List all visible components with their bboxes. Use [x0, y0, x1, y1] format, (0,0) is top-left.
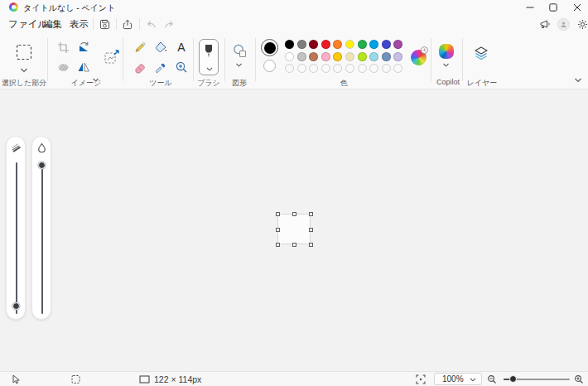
palette-swatch[interactable]	[297, 52, 306, 61]
rotate-button[interactable]	[76, 40, 91, 55]
redo-button[interactable]	[162, 17, 177, 31]
palette-swatch[interactable]	[358, 52, 367, 61]
selection-handle-e[interactable]	[309, 228, 313, 232]
zoom-dropdown-chevron	[470, 378, 476, 382]
divider	[431, 38, 431, 81]
selection-handle-se[interactable]	[309, 243, 313, 247]
copilot-button[interactable]	[439, 44, 454, 59]
palette-swatch[interactable]	[285, 52, 294, 61]
palette-swatch[interactable]	[358, 40, 367, 49]
zoom-level-dropdown[interactable]: 100%	[434, 373, 482, 385]
palette-swatch[interactable]	[333, 64, 342, 73]
account-button[interactable]	[557, 18, 570, 31]
palette-row-1	[285, 40, 402, 49]
canvas-size-value: 122 × 114px	[154, 374, 201, 384]
palette-swatch[interactable]	[382, 52, 391, 61]
selection-tool-button[interactable]	[16, 44, 32, 60]
palette-swatch[interactable]	[285, 40, 294, 49]
selection-handle-nw[interactable]	[276, 212, 280, 216]
selection-handle-sw[interactable]	[276, 243, 280, 247]
maximize-button[interactable]	[540, 0, 566, 14]
opacity-slider-thumb[interactable]	[38, 162, 46, 169]
shapes-button[interactable]	[231, 42, 248, 59]
zoom-out-button[interactable]	[487, 374, 497, 384]
palette-swatch[interactable]	[393, 64, 402, 73]
flip-button[interactable]	[76, 60, 91, 75]
selection-size-icon	[71, 374, 80, 384]
resize-image-button[interactable]	[103, 48, 121, 66]
eraser-tool-button[interactable]	[133, 60, 147, 75]
palette-swatch[interactable]	[309, 40, 318, 49]
palette-swatch[interactable]	[321, 52, 330, 61]
pencil-tool-button[interactable]	[133, 40, 147, 55]
copilot-dropdown-chevron[interactable]	[443, 63, 451, 68]
shapes-dropdown-chevron[interactable]	[236, 63, 243, 68]
save-button[interactable]	[97, 17, 112, 31]
palette-swatch[interactable]	[369, 52, 378, 61]
share-button[interactable]	[119, 17, 134, 31]
zoom-in-button[interactable]	[574, 374, 584, 384]
canvas-selection[interactable]	[276, 212, 313, 247]
selection-handle-s[interactable]	[292, 243, 296, 247]
palette-swatch[interactable]	[333, 52, 342, 61]
magnifier-tool-button[interactable]	[174, 60, 189, 75]
paint-window: タイトルなし - ペイント ファイル 編集 表示	[0, 0, 588, 386]
palette-swatch[interactable]	[333, 40, 342, 49]
divider	[47, 38, 48, 81]
fit-to-screen-button[interactable]	[416, 374, 426, 384]
palette-swatch[interactable]	[309, 64, 318, 73]
palette-swatch[interactable]	[382, 64, 391, 73]
crop-button[interactable]	[55, 40, 70, 55]
size-slider-track[interactable]	[16, 162, 17, 314]
zoom-slider-thumb[interactable]	[509, 375, 517, 383]
remove-background-button[interactable]	[55, 60, 70, 75]
palette-swatch[interactable]	[382, 40, 391, 49]
selection-dropdown-chevron[interactable]	[21, 68, 28, 73]
add-color-badge: +	[421, 46, 428, 54]
undo-button[interactable]	[143, 17, 158, 31]
palette-swatch[interactable]	[321, 64, 330, 73]
megaphone-icon	[539, 19, 551, 30]
palette-row-3	[285, 64, 402, 73]
feedback-button[interactable]	[537, 17, 552, 31]
foreground-color-swatch[interactable]	[261, 39, 278, 56]
selection-region[interactable]	[277, 214, 311, 244]
palette-swatch[interactable]	[297, 40, 306, 49]
palette-swatch[interactable]	[393, 40, 402, 49]
palette-swatch[interactable]	[345, 64, 354, 73]
menu-edit[interactable]: 編集	[40, 17, 65, 31]
background-color-swatch[interactable]	[263, 60, 276, 72]
selection-group-label: 選択した部分	[2, 78, 46, 89]
divider	[93, 18, 94, 30]
layers-button[interactable]	[472, 44, 490, 62]
collapse-ribbon-chevron[interactable]	[575, 78, 582, 83]
palette-swatch[interactable]	[345, 40, 354, 49]
selection-handle-n[interactable]	[292, 212, 296, 216]
selection-handle-w[interactable]	[276, 228, 280, 232]
palette-swatch[interactable]	[393, 52, 402, 61]
palette-swatch[interactable]	[369, 64, 378, 73]
color-picker-button[interactable]	[153, 60, 168, 75]
palette-swatch[interactable]	[309, 52, 318, 61]
brush-button[interactable]	[199, 39, 219, 75]
opacity-slider-track[interactable]	[41, 162, 43, 314]
brush-dropdown-chevron[interactable]	[206, 67, 213, 71]
undo-icon	[145, 19, 157, 30]
selection-handle-ne[interactable]	[309, 212, 313, 216]
text-tool-button[interactable]: A	[174, 40, 189, 55]
close-button[interactable]	[564, 0, 588, 14]
menu-view[interactable]: 表示	[66, 17, 92, 31]
avatar-icon	[560, 21, 567, 28]
size-slider-thumb[interactable]	[12, 302, 20, 310]
palette-swatch[interactable]	[358, 64, 367, 73]
palette-swatch[interactable]	[369, 40, 378, 49]
divider	[139, 18, 140, 30]
canvas-area[interactable]	[0, 89, 588, 371]
window-title: タイトルなし - ペイント	[23, 2, 115, 14]
palette-swatch[interactable]	[321, 40, 330, 49]
settings-button[interactable]	[575, 17, 588, 31]
palette-swatch[interactable]	[285, 64, 294, 73]
palette-swatch[interactable]	[297, 64, 306, 73]
palette-swatch[interactable]	[345, 52, 354, 61]
fill-tool-button[interactable]	[153, 40, 168, 55]
